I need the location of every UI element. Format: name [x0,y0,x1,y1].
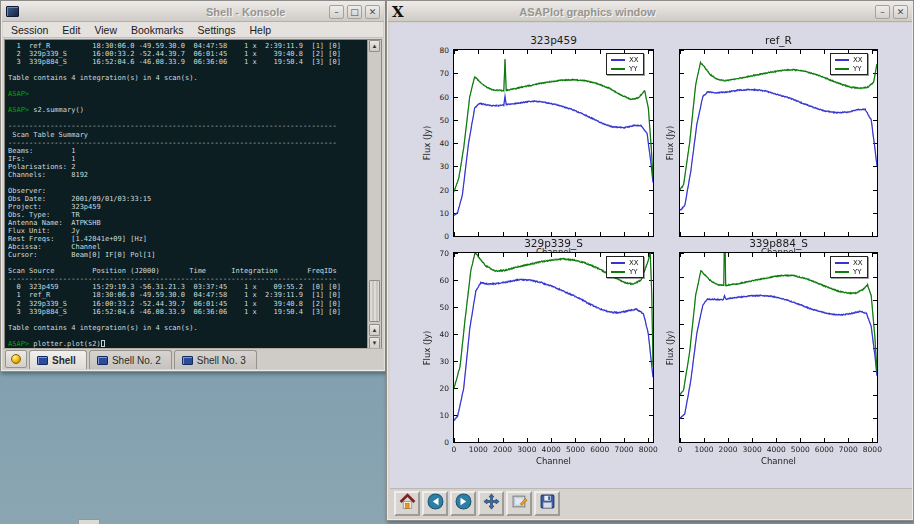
pan-icon [483,493,500,514]
subplots-button[interactable] [506,491,532,516]
konsole-tabbar: ShellShell No. 2Shell No. 3 [3,348,383,369]
forward-button[interactable] [450,491,476,516]
legend-entry-yy: YY [835,268,863,276]
tab-shell-no-3[interactable]: Shell No. 3 [174,350,257,369]
legend-entry-yy: YY [611,65,639,73]
plot-toolbar [390,488,912,517]
ytick-label: 30 [432,162,449,171]
ytick-label: 20 [432,384,449,393]
plot-canvas [453,252,654,443]
konsole-titlebar[interactable]: Shell - Konsole – □ ✕ [2,2,384,22]
ytick-label: 30 [432,357,449,366]
plot-title: 339p884_S [679,237,878,249]
pan-button[interactable] [478,491,504,516]
terminal-cursor [101,340,105,347]
close-button[interactable]: ✕ [893,5,908,19]
tab-shell-no-2[interactable]: Shell No. 2 [89,350,172,369]
legend-label: XX [629,259,639,267]
yaxis-label-text: Flux (Jy) [665,330,675,365]
xtick-label: 8000 [634,445,662,454]
asap-prompt: ASAP> [8,340,29,348]
scrollbar-thumb[interactable] [369,280,380,322]
legend: XXYY [830,256,868,278]
menu-item-bookmarks[interactable]: Bookmarks [131,24,184,36]
ytick-label: 10 [432,411,449,420]
maximize-button[interactable]: □ [347,5,362,19]
yaxis-label-text: Flux (Jy) [422,126,432,161]
minimize-button[interactable]: – [329,5,344,19]
ytick-label: 60 [432,276,449,285]
scroll-up-button-2[interactable]: ▲ [369,324,380,336]
legend-line-sample [611,262,625,264]
back-button[interactable] [422,491,448,516]
menu-item-view[interactable]: View [94,24,117,36]
legend-entry-xx: XX [611,56,639,64]
menu-item-session[interactable]: Session [11,24,48,36]
ytick-label: 50 [432,303,449,312]
save-button[interactable] [534,491,560,516]
plot-titlebar[interactable]: X ASAPlot graphics window – ✕ [388,2,912,22]
legend: XXYY [830,53,868,75]
ytick-label: 80 [432,46,449,55]
home-icon [399,493,416,514]
legend-line-sample [611,59,625,61]
menu-item-settings[interactable]: Settings [198,24,236,36]
legend-entry-yy: YY [835,65,863,73]
ytick-label: 60 [432,93,449,102]
plot-window-title: ASAPlot graphics window [519,6,655,18]
ytick-label: 50 [432,116,449,125]
legend: XXYY [606,53,644,75]
legend: XXYY [606,256,644,278]
legend-line-sample [611,271,625,273]
asap-prompt: ASAP> [8,106,29,114]
scroll-up-button[interactable]: ▲ [369,40,380,52]
plot-title: ref_R [679,34,878,46]
subplot-329p339-s[interactable] [453,252,654,443]
menu-item-help[interactable]: Help [250,24,272,36]
legend-label: YY [629,65,638,73]
ytick-label: 70 [432,69,449,78]
tab-shell[interactable]: Shell [29,350,87,369]
plot-canvas [453,49,654,237]
plot-window: X ASAPlot graphics window – ✕ 323p459010… [386,0,914,521]
minimize-button[interactable]: – [875,5,890,19]
yaxis-label-text: Flux (Jy) [422,330,432,365]
ytick-label: 10 [432,209,449,218]
new-session-button[interactable] [5,350,27,368]
terminal-tab-icon [37,356,48,365]
subplot-ref-r[interactable] [679,49,878,237]
legend-entry-xx: XX [835,259,863,267]
terminal-output[interactable]: 1 ref_R 18:30:06.0 -49.59.30.0 04:47:58 … [8,42,365,349]
taskbar-peek [78,519,100,524]
subplot-339p884-s[interactable] [679,252,878,443]
home-button[interactable] [394,491,420,516]
terminal-scrollbar[interactable]: ▲ ▲ ▼ [367,40,381,349]
tab-label: Shell No. 3 [197,355,246,366]
desktop: Shell - Konsole – □ ✕ SessionEditViewBoo… [0,0,914,524]
tab-label: Shell No. 2 [112,355,161,366]
x11-app-icon: X [392,5,404,19]
tab-label: Shell [52,355,76,366]
new-session-icon [11,354,21,364]
konsole-menubar: SessionEditViewBookmarksSettingsHelp [3,22,383,38]
subplot-323p459[interactable] [453,49,654,237]
legend-label: XX [853,259,863,267]
terminal-frame: 1 ref_R 18:30:06.0 -49.59.30.0 04:47:58 … [4,39,382,350]
close-button[interactable]: ✕ [365,5,380,19]
yaxis-label-text: Flux (Jy) [665,126,675,161]
legend-line-sample [611,68,625,70]
legend-line-sample [835,271,849,273]
legend-label: YY [629,268,638,276]
xaxis-label: Channel [453,456,654,466]
ytick-label: 40 [432,139,449,148]
terminal-tab-icon [97,356,108,365]
legend-entry-xx: XX [835,56,863,64]
ytick-label: 40 [432,330,449,339]
legend-label: XX [629,56,639,64]
terminal-tab-icon [182,356,193,365]
plot-title: 323p459 [453,34,654,46]
menu-item-edit[interactable]: Edit [62,24,80,36]
plot-canvas [679,49,878,237]
legend-line-sample [835,68,849,70]
legend-line-sample [835,59,849,61]
